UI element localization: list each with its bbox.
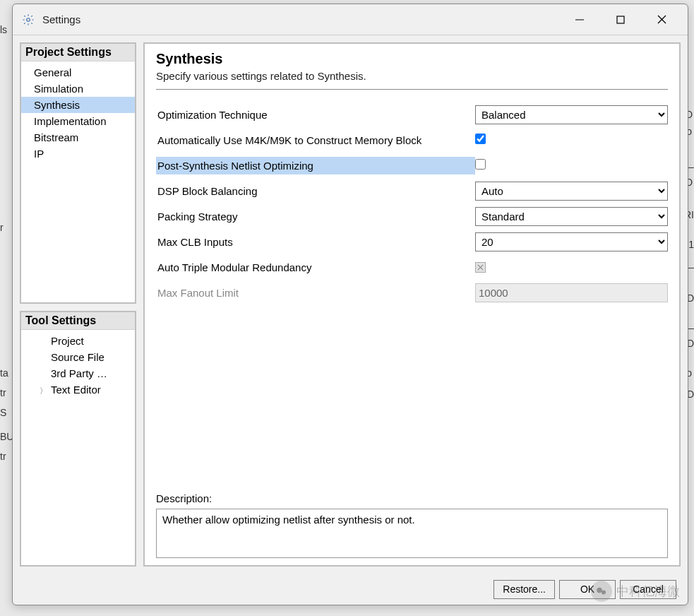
sidebar-item-label: Simulation [34, 83, 83, 95]
row-auto-m4k: Automatically Use M4K/M9K to Construct M… [156, 129, 668, 150]
app-gear-icon [21, 13, 35, 27]
select-packing-strategy[interactable]: Standard [475, 207, 668, 226]
close-icon [657, 15, 666, 24]
sidebar-item-label: Bitstream [34, 131, 78, 143]
sidebar-item-synthesis[interactable]: Synthesis [21, 97, 135, 113]
row-optimization-technique: Optimization Technique Balanced [156, 104, 668, 125]
select-max-clb-inputs[interactable]: 20 [475, 232, 668, 251]
ok-button[interactable]: OK [559, 580, 616, 599]
sidebar-item-label: IP [34, 148, 44, 160]
sidebar-item-implementation[interactable]: Implementation [21, 113, 135, 129]
window-title: Settings [42, 13, 559, 25]
settings-form: Optimization Technique Balanced Automati… [156, 104, 668, 478]
label-dsp-balancing: DSP Block Balancing [156, 182, 475, 200]
sidebar-item-project[interactable]: Project [21, 333, 135, 349]
label-optimization-technique: Optimization Technique [156, 106, 475, 124]
project-settings-header: Project Settings [21, 44, 135, 61]
sidebar-item-ip[interactable]: IP [21, 146, 135, 162]
description-box: Whether allow optimizing netlist after s… [156, 509, 668, 558]
sidebar-item-label: Text Editor [51, 384, 101, 396]
project-settings-panel: Project Settings General Simulation Synt… [20, 42, 136, 304]
sidebar-item-label: General [34, 66, 71, 78]
label-post-synthesis-opt: Post-Synthesis Netlist Optimizing [156, 157, 475, 174]
sidebar-item-bitstream[interactable]: Bitstream [21, 129, 135, 146]
dialog-footer: Restore... OK Cancel [13, 574, 688, 605]
sidebar-item-label: Project [51, 335, 84, 347]
sidebar-item-label: Synthesis [34, 99, 80, 111]
svg-point-0 [27, 18, 30, 21]
label-auto-m4k: Automatically Use M4K/M9K to Construct M… [156, 131, 475, 149]
label-packing-strategy: Packing Strategy [156, 208, 475, 225]
row-packing-strategy: Packing Strategy Standard [156, 206, 668, 227]
sidebar-item-3rd-party[interactable]: 3rd Party … [21, 365, 135, 381]
sidebar-item-label: Source File [51, 351, 104, 363]
minimize-icon [575, 16, 584, 24]
sidebar: Project Settings General Simulation Synt… [20, 42, 136, 567]
row-auto-tmr: Auto Triple Modular Redundancy [156, 256, 668, 278]
select-optimization-technique[interactable]: Balanced [475, 105, 668, 124]
sidebar-item-text-editor[interactable]: 〉Text Editor [21, 381, 135, 398]
chevron-right-icon: 〉 [40, 386, 48, 396]
label-max-fanout: Max Fanout Limit [156, 284, 475, 302]
label-auto-tmr: Auto Triple Modular Redundancy [156, 259, 475, 276]
maximize-button[interactable] [600, 6, 641, 34]
sidebar-item-label: Implementation [34, 115, 107, 127]
checkbox-auto-tmr [475, 262, 486, 273]
x-icon [477, 263, 484, 271]
sidebar-item-simulation[interactable]: Simulation [21, 81, 135, 97]
label-max-clb-inputs: Max CLB Inputs [156, 233, 475, 251]
sidebar-item-general[interactable]: General [21, 64, 135, 81]
titlebar: Settings [13, 4, 688, 35]
sidebar-item-source-file[interactable]: Source File [21, 349, 135, 365]
input-max-fanout [475, 283, 668, 302]
close-button[interactable] [641, 6, 682, 34]
svg-rect-2 [617, 16, 624, 23]
main-panel: Synthesis Specify various settings relat… [143, 42, 681, 567]
settings-dialog: Settings Project Settings General Simula… [12, 4, 688, 605]
checkbox-post-synthesis-opt[interactable] [475, 159, 486, 170]
maximize-icon [616, 16, 625, 24]
sidebar-item-label: 3rd Party … [51, 367, 107, 379]
select-dsp-balancing[interactable]: Auto [475, 182, 668, 201]
restore-button[interactable]: Restore... [493, 580, 555, 599]
row-max-fanout: Max Fanout Limit [156, 282, 668, 303]
page-subtitle: Specify various settings related to Synt… [156, 70, 668, 90]
cancel-button[interactable]: Cancel [620, 580, 676, 599]
row-post-synthesis-opt: Post-Synthesis Netlist Optimizing [156, 155, 668, 176]
description-area: Description: Whether allow optimizing ne… [156, 492, 668, 558]
tool-settings-panel: Tool Settings Project Source File 3rd Pa… [20, 311, 136, 567]
tool-settings-header: Tool Settings [21, 312, 135, 330]
row-dsp-balancing: DSP Block Balancing Auto [156, 180, 668, 201]
row-max-clb-inputs: Max CLB Inputs 20 [156, 231, 668, 252]
page-title: Synthesis [156, 51, 668, 67]
description-label: Description: [156, 492, 668, 504]
checkbox-auto-m4k[interactable] [475, 134, 486, 144]
minimize-button[interactable] [559, 6, 600, 34]
